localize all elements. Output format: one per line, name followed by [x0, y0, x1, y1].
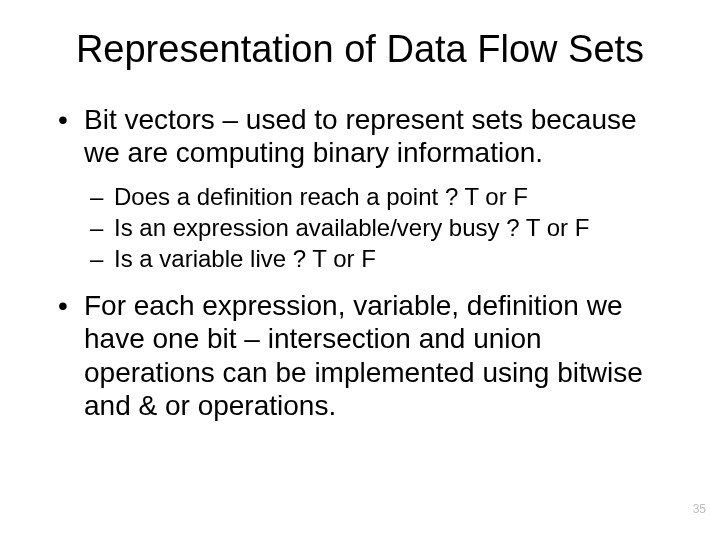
page-number: 35: [693, 502, 706, 516]
sub-bullet-item: Is an expression available/very busy ? T…: [114, 214, 670, 243]
bullet-item: Bit vectors – used to represent sets bec…: [84, 103, 670, 169]
sub-bullet-item: Is a variable live ? T or F: [114, 245, 670, 274]
bullet-item: For each expression, variable, definitio…: [84, 289, 670, 421]
sub-bullet-item: Does a definition reach a point ? T or F: [114, 183, 670, 212]
sub-bullet-group: Does a definition reach a point ? T or F…: [50, 183, 670, 273]
slide-title: Representation of Data Flow Sets: [50, 28, 670, 71]
